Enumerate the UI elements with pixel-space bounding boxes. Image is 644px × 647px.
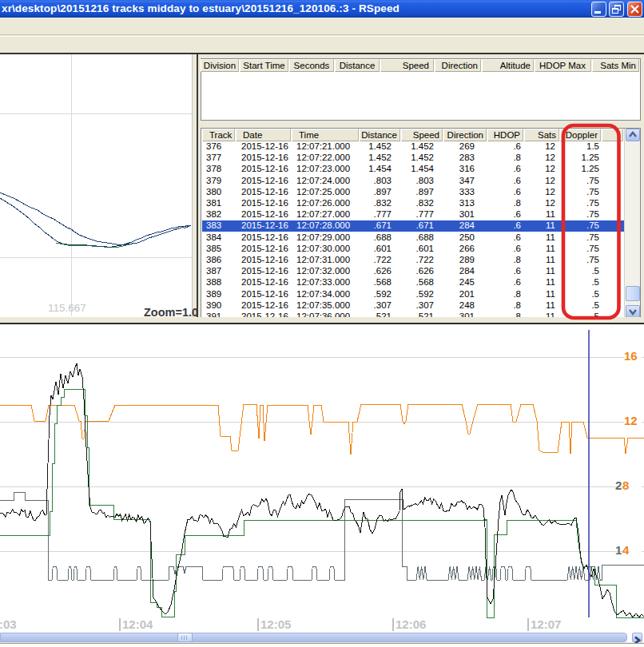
svg-text:8: 8: [622, 478, 629, 492]
svg-text:12: 12: [624, 414, 638, 427]
svg-text:2: 2: [615, 478, 622, 492]
svg-text:12:07: 12:07: [531, 617, 561, 631]
svg-text:16: 16: [624, 349, 638, 363]
svg-text:12:06: 12:06: [396, 617, 426, 631]
svg-text:12:05: 12:05: [260, 617, 291, 631]
svg-text:4: 4: [622, 543, 630, 557]
svg-text:12:04: 12:04: [122, 617, 153, 631]
svg-text:1: 1: [615, 543, 622, 557]
svg-text::03: :03: [0, 617, 17, 631]
